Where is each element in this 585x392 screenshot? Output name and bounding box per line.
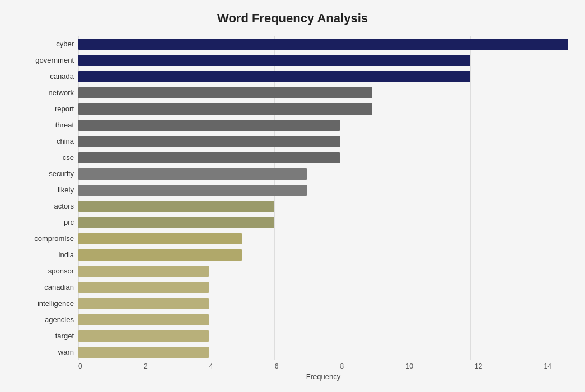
bar-agencies [78,314,209,325]
bar-cse [78,152,340,163]
bar-security [78,168,307,180]
bar-sponsor [78,266,209,277]
y-label-network: network [48,89,74,96]
y-label-prc: prc [64,219,74,226]
y-label-canada: canada [50,73,74,80]
bar-threat [78,120,340,131]
bar-row-cse [78,152,568,164]
bar-china [78,136,340,147]
bar-row-compromise [78,233,568,245]
bar-row-agencies [78,314,568,326]
bar-target [78,330,209,342]
bar-row-canada [78,70,568,83]
bars-and-grid [78,36,568,360]
bar-row-china [78,135,568,148]
bar-canada [78,71,470,82]
bar-report [78,103,372,115]
y-label-canadian: canadian [44,284,74,291]
x-tick-8: 8 [340,362,344,370]
y-label-likely: likely [58,186,74,193]
y-label-china: china [57,138,74,145]
y-label-government: government [35,56,74,64]
bar-intelligence [78,298,209,309]
bar-row-security [78,168,568,180]
bar-india [78,249,242,261]
y-label-cyber: cyber [56,40,74,48]
y-label-warn: warn [58,348,74,356]
x-axis-label: Frequency [78,372,568,381]
bar-row-india [78,249,568,261]
bar-row-actors [78,200,568,212]
x-tick-14: 14 [544,362,551,370]
y-label-target: target [55,332,74,339]
x-tick-2: 2 [144,362,148,370]
y-labels: cybergovernmentcanadanetworkreportthreat… [17,36,78,360]
bar-canadian [78,282,209,293]
y-label-agencies: agencies [45,316,74,323]
chart-area: cybergovernmentcanadanetworkreportthreat… [17,36,568,360]
bar-row-intelligence [78,297,568,310]
bar-government [78,55,470,66]
bar-compromise [78,233,242,244]
y-label-intelligence: intelligence [38,300,74,307]
y-label-security: security [49,170,74,177]
bars-wrapper [78,36,568,360]
y-label-actors: actors [54,202,74,210]
y-label-sponsor: sponsor [48,267,74,275]
x-tick-12: 12 [475,362,482,370]
bar-row-cyber [78,38,568,50]
y-label-report: report [55,105,74,112]
x-tick-6: 6 [275,362,279,370]
bar-row-target [78,330,568,342]
x-tick-0: 0 [78,362,82,370]
bar-row-government [78,54,568,67]
bar-row-threat [78,119,568,131]
bar-row-warn [78,346,568,358]
bar-actors [78,201,274,212]
y-label-threat: threat [55,121,74,129]
bar-row-prc [78,216,568,229]
bar-likely [78,185,307,196]
bar-row-likely [78,184,568,196]
bar-row-network [78,87,568,99]
y-label-cse: cse [63,154,74,161]
chart-container: Word Frequency Analysis cybergovernmentc… [0,0,585,392]
bar-row-report [78,103,568,115]
bar-row-sponsor [78,265,568,277]
y-label-compromise: compromise [34,235,74,242]
y-label-india: india [59,251,74,258]
bar-network [78,87,372,98]
x-tick-10: 10 [405,362,413,370]
x-axis: 02468101214 [78,362,568,370]
chart-title: Word Frequency Analysis [17,11,568,26]
x-tick-4: 4 [209,362,213,370]
bar-warn [78,347,209,358]
bar-prc [78,217,274,228]
bar-cyber [78,39,568,50]
bar-row-canadian [78,281,568,294]
